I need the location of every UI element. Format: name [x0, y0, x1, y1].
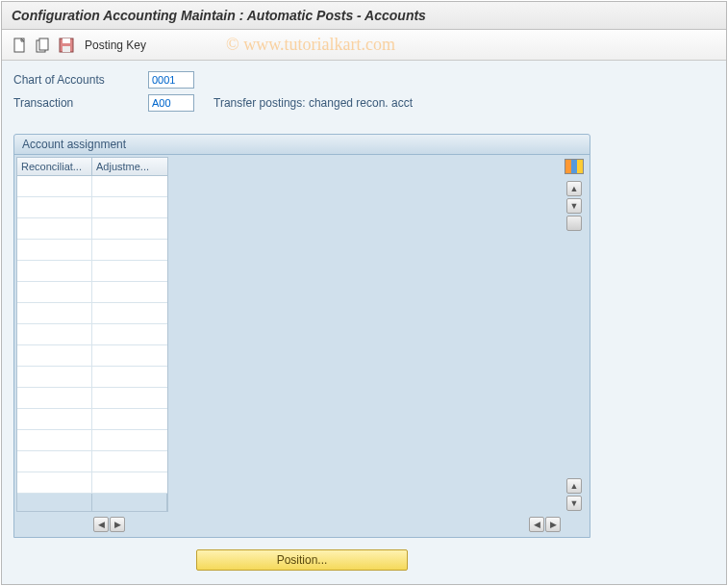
table-cell[interactable]: [92, 388, 167, 408]
table-row[interactable]: [17, 282, 167, 303]
table-settings-icon[interactable]: [565, 159, 584, 174]
table-cell[interactable]: [92, 282, 167, 302]
table-cell[interactable]: [17, 409, 92, 429]
scroll-left-button-2[interactable]: ◀: [529, 517, 544, 532]
transaction-desc: Transfer postings: changed recon. acct: [213, 96, 413, 110]
table-cell[interactable]: [17, 472, 92, 493]
transaction-label: Transaction: [13, 96, 148, 110]
assignment-table: Reconciliat... Adjustme...: [16, 157, 168, 512]
table-cell[interactable]: [17, 430, 92, 450]
table-cell[interactable]: [17, 303, 92, 323]
scroll-up-button[interactable]: ▲: [566, 181, 582, 196]
column-header-adjustment[interactable]: Adjustme...: [92, 158, 167, 175]
table-row[interactable]: [17, 345, 167, 367]
table-row[interactable]: [17, 409, 167, 430]
table-row[interactable]: [17, 303, 167, 324]
position-button[interactable]: Position...: [196, 549, 408, 571]
svg-rect-5: [63, 46, 70, 52]
table-cell[interactable]: [92, 324, 167, 344]
table-cell[interactable]: [92, 472, 167, 493]
table-row[interactable]: [17, 367, 167, 388]
chart-of-accounts-label: Chart of Accounts: [13, 73, 148, 87]
table-cell[interactable]: [92, 303, 167, 323]
table-row[interactable]: [17, 451, 167, 472]
scroll-right-button-2[interactable]: ▶: [545, 517, 561, 532]
table-cell[interactable]: [17, 261, 92, 281]
scroll-up-button-2[interactable]: ▲: [566, 478, 582, 494]
table-cell[interactable]: [92, 218, 167, 239]
scroll-down-button[interactable]: ▼: [566, 198, 582, 214]
table-row[interactable]: [17, 261, 167, 282]
save-icon[interactable]: [58, 37, 75, 54]
table-row[interactable]: [17, 388, 167, 409]
table-cell[interactable]: [17, 240, 92, 260]
form-area: Chart of Accounts Transaction Transfer p…: [2, 61, 726, 122]
table-row[interactable]: [17, 218, 167, 240]
table-cell[interactable]: [17, 388, 92, 408]
table-row[interactable]: [17, 176, 167, 197]
table-cell[interactable]: [17, 324, 92, 344]
table-row[interactable]: [17, 324, 167, 345]
table-cell[interactable]: [92, 261, 167, 281]
table-cell[interactable]: [17, 451, 92, 471]
scroll-left-button[interactable]: ◀: [93, 517, 109, 532]
table-cell[interactable]: [17, 282, 92, 302]
table-cell[interactable]: [92, 409, 167, 429]
new-icon[interactable]: [12, 37, 29, 54]
svg-rect-2: [39, 38, 48, 50]
copy-icon[interactable]: [35, 37, 52, 54]
table-row[interactable]: [17, 240, 167, 261]
table-summary-row: [17, 494, 167, 511]
scroll-down-button-2[interactable]: ▼: [566, 496, 582, 511]
scroll-right-button[interactable]: ▶: [110, 517, 125, 532]
table-row[interactable]: [17, 472, 167, 494]
transaction-input[interactable]: [148, 94, 194, 112]
table-cell[interactable]: [92, 430, 167, 450]
table-cell[interactable]: [92, 197, 167, 217]
page-title: Configuration Accounting Maintain : Auto…: [2, 2, 726, 30]
table-cell[interactable]: [92, 345, 167, 366]
table-row[interactable]: [17, 430, 167, 451]
table-cell[interactable]: [17, 197, 92, 217]
column-header-reconciliation[interactable]: Reconciliat...: [17, 158, 92, 175]
horizontal-scrollbar: ◀ ▶ ◀ ▶: [14, 514, 590, 537]
panel-header: Account assignment: [14, 135, 590, 155]
posting-key-button[interactable]: Posting Key: [85, 38, 146, 52]
table-cell[interactable]: [17, 367, 92, 387]
table-cell[interactable]: [92, 451, 167, 471]
table-cell[interactable]: [17, 218, 92, 239]
toolbar: Posting Key: [2, 30, 726, 61]
table-cell[interactable]: [17, 176, 92, 196]
table-cell[interactable]: [92, 367, 167, 387]
table-cell[interactable]: [17, 345, 92, 366]
table-row[interactable]: [17, 197, 167, 218]
table-cell[interactable]: [92, 176, 167, 196]
scroll-thumb[interactable]: [566, 216, 582, 231]
account-assignment-panel: Account assignment Reconciliat... Adjust…: [13, 134, 590, 538]
chart-of-accounts-input[interactable]: [148, 71, 194, 89]
table-cell[interactable]: [92, 240, 167, 260]
svg-rect-4: [63, 38, 70, 43]
